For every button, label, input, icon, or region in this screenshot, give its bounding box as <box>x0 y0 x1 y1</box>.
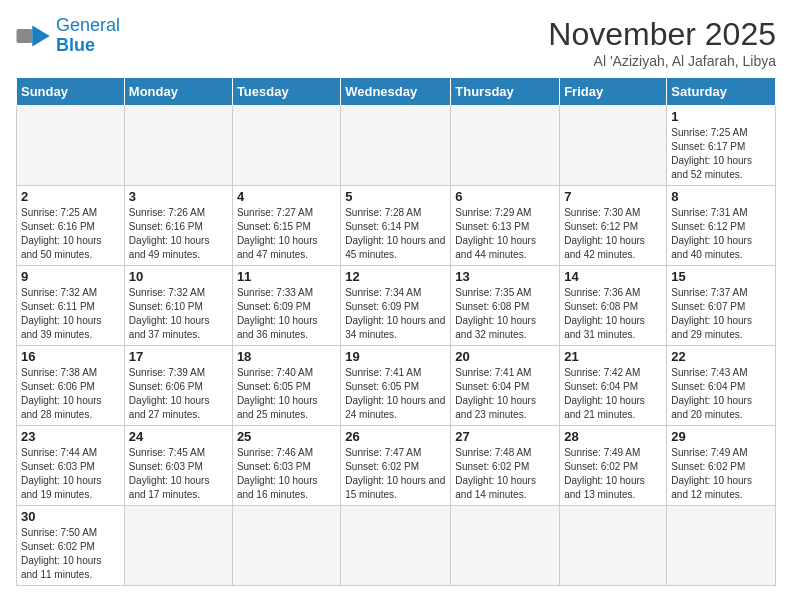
day-number: 8 <box>671 189 771 204</box>
day-number: 12 <box>345 269 446 284</box>
day-number: 11 <box>237 269 336 284</box>
title-block: November 2025 Al 'Aziziyah, Al Jafarah, … <box>548 16 776 69</box>
week-row-1: 1Sunrise: 7:25 AM Sunset: 6:17 PM Daylig… <box>17 106 776 186</box>
day-number: 24 <box>129 429 228 444</box>
weekday-header-sunday: Sunday <box>17 78 125 106</box>
day-info: Sunrise: 7:33 AM Sunset: 6:09 PM Dayligh… <box>237 286 336 342</box>
calendar-cell: 22Sunrise: 7:43 AM Sunset: 6:04 PM Dayli… <box>667 346 776 426</box>
day-info: Sunrise: 7:41 AM Sunset: 6:05 PM Dayligh… <box>345 366 446 422</box>
calendar-cell <box>232 106 340 186</box>
weekday-header-row: SundayMondayTuesdayWednesdayThursdayFrid… <box>17 78 776 106</box>
day-info: Sunrise: 7:34 AM Sunset: 6:09 PM Dayligh… <box>345 286 446 342</box>
calendar-cell: 6Sunrise: 7:29 AM Sunset: 6:13 PM Daylig… <box>451 186 560 266</box>
day-info: Sunrise: 7:49 AM Sunset: 6:02 PM Dayligh… <box>671 446 771 502</box>
calendar-cell: 12Sunrise: 7:34 AM Sunset: 6:09 PM Dayli… <box>341 266 451 346</box>
calendar-cell: 17Sunrise: 7:39 AM Sunset: 6:06 PM Dayli… <box>124 346 232 426</box>
day-info: Sunrise: 7:40 AM Sunset: 6:05 PM Dayligh… <box>237 366 336 422</box>
day-number: 28 <box>564 429 662 444</box>
calendar-cell: 23Sunrise: 7:44 AM Sunset: 6:03 PM Dayli… <box>17 426 125 506</box>
day-number: 17 <box>129 349 228 364</box>
day-info: Sunrise: 7:49 AM Sunset: 6:02 PM Dayligh… <box>564 446 662 502</box>
day-info: Sunrise: 7:41 AM Sunset: 6:04 PM Dayligh… <box>455 366 555 422</box>
day-number: 15 <box>671 269 771 284</box>
calendar-cell: 8Sunrise: 7:31 AM Sunset: 6:12 PM Daylig… <box>667 186 776 266</box>
day-info: Sunrise: 7:44 AM Sunset: 6:03 PM Dayligh… <box>21 446 120 502</box>
day-info: Sunrise: 7:37 AM Sunset: 6:07 PM Dayligh… <box>671 286 771 342</box>
week-row-4: 16Sunrise: 7:38 AM Sunset: 6:06 PM Dayli… <box>17 346 776 426</box>
calendar-cell: 20Sunrise: 7:41 AM Sunset: 6:04 PM Dayli… <box>451 346 560 426</box>
day-info: Sunrise: 7:28 AM Sunset: 6:14 PM Dayligh… <box>345 206 446 262</box>
week-row-5: 23Sunrise: 7:44 AM Sunset: 6:03 PM Dayli… <box>17 426 776 506</box>
location: Al 'Aziziyah, Al Jafarah, Libya <box>548 53 776 69</box>
day-number: 20 <box>455 349 555 364</box>
day-info: Sunrise: 7:42 AM Sunset: 6:04 PM Dayligh… <box>564 366 662 422</box>
calendar-cell: 4Sunrise: 7:27 AM Sunset: 6:15 PM Daylig… <box>232 186 340 266</box>
day-number: 22 <box>671 349 771 364</box>
day-number: 6 <box>455 189 555 204</box>
calendar-cell: 26Sunrise: 7:47 AM Sunset: 6:02 PM Dayli… <box>341 426 451 506</box>
logo-general: General <box>56 15 120 35</box>
calendar-cell <box>124 506 232 586</box>
calendar-cell: 29Sunrise: 7:49 AM Sunset: 6:02 PM Dayli… <box>667 426 776 506</box>
calendar-cell: 5Sunrise: 7:28 AM Sunset: 6:14 PM Daylig… <box>341 186 451 266</box>
day-number: 5 <box>345 189 446 204</box>
day-info: Sunrise: 7:25 AM Sunset: 6:17 PM Dayligh… <box>671 126 771 182</box>
day-info: Sunrise: 7:31 AM Sunset: 6:12 PM Dayligh… <box>671 206 771 262</box>
weekday-header-friday: Friday <box>560 78 667 106</box>
calendar-cell <box>451 506 560 586</box>
day-number: 23 <box>21 429 120 444</box>
month-year: November 2025 <box>548 16 776 53</box>
day-info: Sunrise: 7:38 AM Sunset: 6:06 PM Dayligh… <box>21 366 120 422</box>
calendar-cell: 18Sunrise: 7:40 AM Sunset: 6:05 PM Dayli… <box>232 346 340 426</box>
day-number: 2 <box>21 189 120 204</box>
svg-marker-1 <box>32 25 50 46</box>
day-number: 13 <box>455 269 555 284</box>
day-info: Sunrise: 7:47 AM Sunset: 6:02 PM Dayligh… <box>345 446 446 502</box>
day-number: 10 <box>129 269 228 284</box>
calendar-cell: 14Sunrise: 7:36 AM Sunset: 6:08 PM Dayli… <box>560 266 667 346</box>
day-info: Sunrise: 7:50 AM Sunset: 6:02 PM Dayligh… <box>21 526 120 582</box>
calendar-cell <box>341 506 451 586</box>
logo-blue: Blue <box>56 35 95 55</box>
svg-rect-0 <box>17 29 33 43</box>
weekday-header-saturday: Saturday <box>667 78 776 106</box>
day-number: 19 <box>345 349 446 364</box>
logo-icon <box>16 22 52 50</box>
calendar-cell: 1Sunrise: 7:25 AM Sunset: 6:17 PM Daylig… <box>667 106 776 186</box>
calendar-cell: 2Sunrise: 7:25 AM Sunset: 6:16 PM Daylig… <box>17 186 125 266</box>
calendar-cell: 19Sunrise: 7:41 AM Sunset: 6:05 PM Dayli… <box>341 346 451 426</box>
day-info: Sunrise: 7:29 AM Sunset: 6:13 PM Dayligh… <box>455 206 555 262</box>
week-row-3: 9Sunrise: 7:32 AM Sunset: 6:11 PM Daylig… <box>17 266 776 346</box>
day-number: 25 <box>237 429 336 444</box>
calendar-cell: 28Sunrise: 7:49 AM Sunset: 6:02 PM Dayli… <box>560 426 667 506</box>
day-info: Sunrise: 7:36 AM Sunset: 6:08 PM Dayligh… <box>564 286 662 342</box>
day-info: Sunrise: 7:45 AM Sunset: 6:03 PM Dayligh… <box>129 446 228 502</box>
day-info: Sunrise: 7:46 AM Sunset: 6:03 PM Dayligh… <box>237 446 336 502</box>
calendar-cell <box>341 106 451 186</box>
day-number: 18 <box>237 349 336 364</box>
calendar-cell: 11Sunrise: 7:33 AM Sunset: 6:09 PM Dayli… <box>232 266 340 346</box>
page-header: General Blue November 2025 Al 'Aziziyah,… <box>16 16 776 69</box>
calendar-cell: 21Sunrise: 7:42 AM Sunset: 6:04 PM Dayli… <box>560 346 667 426</box>
calendar-cell <box>560 506 667 586</box>
day-number: 30 <box>21 509 120 524</box>
week-row-6: 30Sunrise: 7:50 AM Sunset: 6:02 PM Dayli… <box>17 506 776 586</box>
calendar-cell: 13Sunrise: 7:35 AM Sunset: 6:08 PM Dayli… <box>451 266 560 346</box>
calendar-cell: 3Sunrise: 7:26 AM Sunset: 6:16 PM Daylig… <box>124 186 232 266</box>
calendar-cell <box>124 106 232 186</box>
calendar-cell: 10Sunrise: 7:32 AM Sunset: 6:10 PM Dayli… <box>124 266 232 346</box>
week-row-2: 2Sunrise: 7:25 AM Sunset: 6:16 PM Daylig… <box>17 186 776 266</box>
calendar-cell <box>451 106 560 186</box>
day-number: 4 <box>237 189 336 204</box>
calendar-cell: 9Sunrise: 7:32 AM Sunset: 6:11 PM Daylig… <box>17 266 125 346</box>
weekday-header-tuesday: Tuesday <box>232 78 340 106</box>
calendar-cell: 30Sunrise: 7:50 AM Sunset: 6:02 PM Dayli… <box>17 506 125 586</box>
calendar-cell: 25Sunrise: 7:46 AM Sunset: 6:03 PM Dayli… <box>232 426 340 506</box>
day-info: Sunrise: 7:26 AM Sunset: 6:16 PM Dayligh… <box>129 206 228 262</box>
day-info: Sunrise: 7:32 AM Sunset: 6:10 PM Dayligh… <box>129 286 228 342</box>
calendar-table: SundayMondayTuesdayWednesdayThursdayFrid… <box>16 77 776 586</box>
day-info: Sunrise: 7:35 AM Sunset: 6:08 PM Dayligh… <box>455 286 555 342</box>
day-number: 3 <box>129 189 228 204</box>
calendar-cell <box>667 506 776 586</box>
day-info: Sunrise: 7:25 AM Sunset: 6:16 PM Dayligh… <box>21 206 120 262</box>
